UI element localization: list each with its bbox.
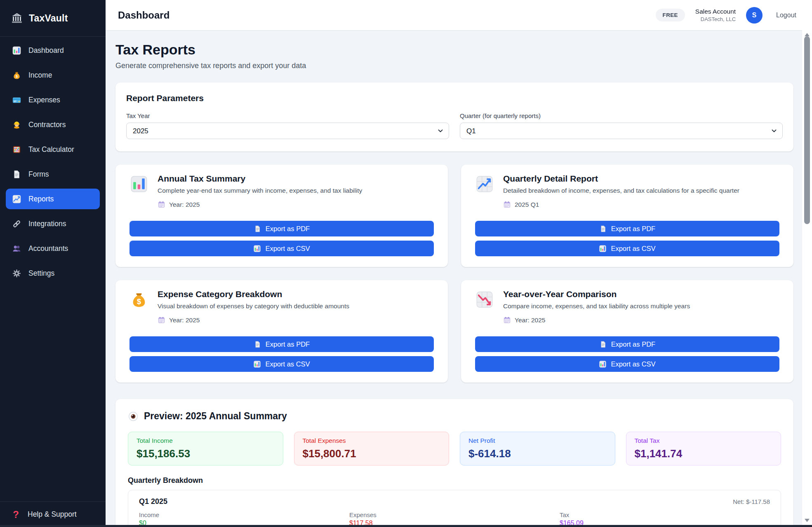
- quarter-tax-label: Tax: [560, 511, 770, 518]
- quarter-select[interactable]: Q1: [460, 123, 783, 139]
- tax-year-label: Tax Year: [126, 112, 449, 119]
- export-pdf-button[interactable]: Export as PDF: [129, 221, 434, 236]
- question-mark-icon: ?: [11, 509, 21, 520]
- bar-chart-icon: [253, 360, 261, 368]
- report-meta: Year: 2025: [158, 316, 349, 324]
- company-name: DASTech, LLC: [695, 16, 736, 23]
- document-icon: [254, 225, 261, 233]
- summary-stats: Total Income $15,186.53 Total Expenses $…: [128, 432, 781, 466]
- logout-link[interactable]: Logout: [776, 12, 796, 19]
- sidebar-item-tax-calculator[interactable]: Tax Calculator: [6, 139, 100, 160]
- report-meta-text: 2025 Q1: [515, 201, 539, 208]
- report-description: Complete year-end tax summary with incom…: [158, 187, 362, 194]
- calendar-icon: [503, 201, 511, 208]
- report-meta-text: Year: 2025: [515, 317, 545, 324]
- plan-badge: FREE: [656, 9, 685, 21]
- report-parameters-card: Report Parameters Tax Year 2025 Quarter …: [115, 83, 793, 151]
- stat-value: $15,186.53: [137, 447, 275, 460]
- quarter-field: Quarter (for quarterly reports) Q1: [460, 112, 783, 139]
- export-csv-label: Export as CSV: [611, 245, 655, 253]
- bar-chart-icon: [253, 245, 261, 253]
- document-icon: [12, 170, 21, 179]
- tax-year-select[interactable]: 2025: [126, 123, 449, 139]
- export-pdf-button[interactable]: Export as PDF: [129, 336, 434, 352]
- stat-label: Net Profit: [468, 437, 607, 444]
- export-csv-button[interactable]: Export as CSV: [129, 241, 434, 256]
- sidebar-item-forms[interactable]: Forms: [6, 164, 100, 184]
- avatar[interactable]: S: [746, 7, 763, 24]
- sidebar-item-reports[interactable]: Reports: [6, 189, 100, 209]
- sidebar-item-label: Tax Calculator: [28, 145, 74, 154]
- stat-total-tax: Total Tax $1,141.74: [626, 432, 781, 466]
- tax-year-field: Tax Year 2025: [126, 112, 449, 139]
- export-pdf-button[interactable]: Export as PDF: [475, 336, 779, 352]
- account-name: Sales Account: [695, 7, 736, 15]
- report-card-expense-breakdown: Expense Category Breakdown Visual breakd…: [115, 280, 448, 383]
- scroll-down-arrow-icon[interactable]: [802, 519, 812, 522]
- export-csv-button[interactable]: Export as CSV: [475, 241, 779, 256]
- stat-value: $1,141.74: [635, 447, 773, 460]
- calendar-icon: [158, 316, 165, 324]
- export-pdf-label: Export as PDF: [611, 225, 655, 233]
- scrollbar[interactable]: [802, 30, 812, 527]
- money-bag-icon: [12, 71, 21, 80]
- report-card-annual-summary: Annual Tax Summary Complete year-end tax…: [115, 165, 448, 267]
- sidebar-item-label: Accountants: [28, 244, 68, 253]
- gear-icon: [12, 269, 21, 278]
- sidebar-item-integrations[interactable]: Integrations: [6, 213, 100, 234]
- report-card-quarterly-detail: Quarterly Detail Report Detailed breakdo…: [461, 165, 793, 267]
- report-description: Compare income, expenses, and tax liabil…: [503, 302, 690, 310]
- sidebar-item-help[interactable]: ? Help & Support: [0, 501, 106, 527]
- report-title: Annual Tax Summary: [158, 174, 362, 184]
- stat-label: Total Expenses: [303, 437, 441, 444]
- export-pdf-button[interactable]: Export as PDF: [475, 221, 779, 236]
- money-bag-icon: [129, 290, 148, 309]
- export-csv-button[interactable]: Export as CSV: [475, 356, 779, 372]
- export-csv-label: Export as CSV: [265, 245, 310, 253]
- link-icon: [12, 219, 21, 229]
- sidebar-item-label: Reports: [28, 195, 54, 203]
- sidebar-item-label: Forms: [28, 170, 49, 179]
- help-label: Help & Support: [28, 510, 77, 519]
- sidebar-item-label: Dashboard: [28, 46, 64, 55]
- preview-title: Preview: 2025 Annual Summary: [144, 411, 287, 422]
- sidebar-item-income[interactable]: Income: [6, 65, 100, 85]
- export-csv-button[interactable]: Export as CSV: [129, 356, 434, 372]
- worker-icon: [12, 120, 21, 130]
- abacus-icon: [12, 145, 21, 154]
- credit-card-icon: [12, 95, 21, 105]
- quarter-expenses-label: Expenses: [349, 511, 560, 518]
- sidebar-item-label: Settings: [28, 269, 54, 278]
- sidebar-item-accountants[interactable]: Accountants: [6, 238, 100, 259]
- app-logo: TaxVault: [0, 0, 106, 37]
- quarter-name: Q1 2025: [139, 497, 167, 506]
- scroll-up-arrow-icon[interactable]: [802, 33, 812, 36]
- quarter-income-label: Income: [139, 511, 349, 518]
- calendar-icon: [503, 316, 511, 324]
- report-description: Visual breakdown of expenses by category…: [158, 302, 349, 310]
- export-csv-label: Export as CSV: [611, 360, 655, 368]
- calendar-icon: [158, 201, 165, 208]
- eye-icon: [128, 411, 139, 422]
- chart-up-icon: [475, 175, 494, 194]
- sidebar-item-dashboard[interactable]: Dashboard: [6, 40, 100, 61]
- preview-card: Preview: 2025 Annual Summary Total Incom…: [115, 399, 793, 527]
- chart-up-icon: [12, 194, 21, 204]
- scrollbar-thumb[interactable]: [804, 36, 810, 224]
- sidebar-item-label: Integrations: [28, 220, 66, 228]
- bar-chart-icon: [599, 245, 607, 253]
- sidebar-item-expenses[interactable]: Expenses: [6, 90, 100, 110]
- sidebar-item-contractors[interactable]: Contractors: [6, 114, 100, 135]
- stat-label: Total Tax: [635, 437, 773, 444]
- document-icon: [254, 340, 261, 348]
- top-header: Dashboard FREE Sales Account DASTech, LL…: [106, 0, 812, 30]
- sidebar-item-label: Contractors: [28, 121, 66, 129]
- report-cards-grid: Annual Tax Summary Complete year-end tax…: [115, 165, 793, 383]
- quarter-net: Net: $-117.58: [733, 498, 770, 505]
- report-title: Year-over-Year Comparison: [503, 289, 690, 299]
- export-pdf-label: Export as PDF: [266, 340, 310, 348]
- sidebar-item-settings[interactable]: Settings: [6, 263, 100, 284]
- report-meta-text: Year: 2025: [169, 317, 200, 324]
- sidebar: TaxVault Dashboard Income Expenses Contr…: [0, 0, 106, 527]
- report-description: Detailed breakdown of income, expenses, …: [503, 187, 739, 194]
